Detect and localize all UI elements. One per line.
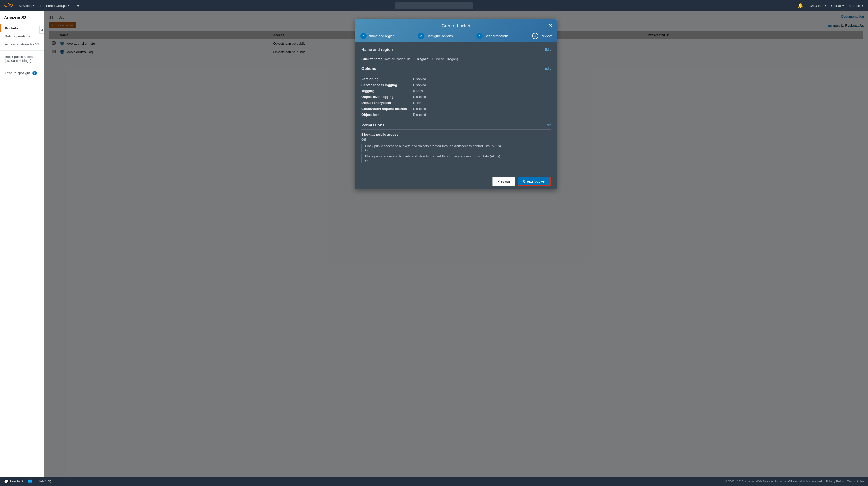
options-encryption-row: Default encryption None [362, 100, 551, 106]
support-chevron-icon: ▼ [861, 4, 864, 7]
modal-overlay: Create bucket ✕ ✓ Name and region ✓ [44, 11, 868, 486]
perms-sub-new-acls: Block public access to buckets and objec… [362, 144, 551, 152]
review-options-section: Options Edit Versioning Disabled Server … [362, 66, 551, 118]
region-menu[interactable]: Global ▼ [831, 4, 844, 8]
feedback-link[interactable]: 💬 Feedback [4, 479, 24, 483]
modal-footer: Previous Create bucket [355, 173, 557, 190]
sidebar-divider [0, 50, 44, 51]
wizard-step-3: ✓ Set permissions [476, 33, 508, 42]
services-nav[interactable]: Services ▼ [19, 4, 35, 8]
region-chevron-icon: ▼ [842, 4, 844, 7]
options-object-logging-row: Object-level logging Disabled [362, 94, 551, 100]
bucket-name-field: Bucket name lovo-s3-codebuild [362, 57, 411, 61]
review-name-region-header: Name and region Edit [362, 47, 551, 54]
sidebar-divider-2 [0, 67, 44, 67]
options-logging-row: Server access logging Disabled [362, 82, 551, 88]
review-permissions-header: Permissions Edit [362, 123, 551, 130]
sidebar-item-buckets[interactable]: Buckets [0, 24, 44, 32]
resource-groups-chevron-icon: ▼ [68, 4, 70, 7]
options-versioning-row: Versioning Disabled [362, 76, 551, 82]
language-label: English (US) [34, 480, 51, 483]
privacy-policy-link[interactable]: Privacy Policy [826, 480, 844, 483]
terms-of-use-link[interactable]: Terms of Use [847, 480, 864, 483]
globe-icon: 🌐 [28, 479, 32, 483]
account-chevron-icon: ▼ [824, 4, 827, 7]
options-title: Options [362, 66, 376, 70]
modal-title: Create bucket [361, 23, 552, 29]
permissions-title: Permissions [362, 123, 384, 127]
step-4-label: Review [540, 34, 552, 38]
favorites-icon[interactable]: ✦ [76, 3, 80, 8]
sidebar-collapse-button[interactable]: ◀ [39, 26, 44, 34]
global-search-bar[interactable] [395, 2, 473, 9]
nav-right-actions: 🔔 LOVO Inc. ▼ Global ▼ Support ▼ [798, 3, 864, 8]
modal-header: Create bucket ✕ ✓ Name and region ✓ [355, 19, 557, 42]
wizard-steps: ✓ Name and region ✓ Configure options ✓ [361, 33, 552, 42]
feature-spotlight-badge: 2 [32, 72, 37, 75]
review-options-header: Options Edit [362, 66, 551, 73]
company-name: LOVO Inc. [808, 4, 823, 8]
region-label: Global [831, 4, 841, 8]
name-region-fields: Bucket name lovo-s3-codebuild Region US … [362, 57, 551, 61]
sidebar-item-feature-spotlight[interactable]: Feature spotlight 2 [0, 69, 44, 77]
services-label: Services [19, 4, 32, 8]
options-object-lock-row: Object lock Disabled [362, 112, 551, 118]
resource-groups-label: Resource Groups [40, 4, 67, 8]
copyright-area: © 2008 - 2020, Amazon Web Services, Inc.… [725, 480, 864, 483]
block-all-label: Block all public access [362, 133, 551, 137]
step-2-circle: ✓ [418, 33, 424, 39]
step-2-label: Configure options [426, 34, 453, 38]
wizard-step-4: 4 Review [532, 33, 552, 42]
permissions-edit-link[interactable]: Edit [545, 123, 551, 127]
language-link[interactable]: 🌐 English (US) [28, 479, 51, 483]
review-name-region-section: Name and region Edit Bucket name lovo-s3… [362, 47, 551, 61]
wizard-step-2: ✓ Configure options [418, 33, 453, 42]
region-field: Region US West (Oregon) [417, 57, 458, 61]
options-tagging-row: Tagging 0 Tags [362, 88, 551, 94]
wizard-step-1: ✓ Name and region [361, 33, 395, 42]
resource-groups-nav[interactable]: Resource Groups ▼ [40, 4, 70, 8]
perms-sub-new-acls-text: Block public access to buckets and objec… [365, 144, 551, 148]
sidebar: Amazon S3 Buckets Batch operations Acces… [0, 11, 44, 486]
modal-body: Name and region Edit Bucket name lovo-s3… [355, 42, 557, 173]
block-all-value: Off [362, 138, 551, 141]
modal-close-button[interactable]: ✕ [548, 23, 553, 28]
feedback-icon: 💬 [4, 479, 8, 483]
copyright-text: © 2008 - 2020, Amazon Web Services, Inc.… [725, 480, 823, 483]
content-area: S3 › Use + Create bucket Buckets 1 Regio… [44, 11, 868, 486]
bottom-bar: 💬 Feedback 🌐 English (US) © 2008 - 2020,… [0, 477, 868, 486]
permissions-block: Block all public access Off Block public… [362, 133, 551, 163]
notifications-icon[interactable]: 🔔 [798, 3, 803, 8]
step-1-circle: ✓ [361, 33, 367, 39]
create-bucket-button[interactable]: Create bucket [518, 177, 551, 186]
feedback-label: Feedback [10, 480, 24, 483]
options-cloudwatch-row: CloudWatch request metrics Disabled [362, 106, 551, 112]
account-menu[interactable]: LOVO Inc. ▼ [808, 4, 827, 8]
perms-sub-any-acls-value: Off [365, 159, 551, 163]
options-edit-link[interactable]: Edit [545, 66, 551, 70]
sidebar-item-access-analyzer[interactable]: Access analyzer for S3 [0, 40, 44, 48]
sidebar-title: Amazon S3 [0, 16, 44, 24]
perms-sub-any-acls: Block public access to buckets and objec… [362, 154, 551, 163]
previous-button[interactable]: Previous [492, 177, 516, 186]
name-region-title: Name and region [362, 47, 393, 52]
perms-sub-any-acls-text: Block public access to buckets and objec… [365, 154, 551, 158]
aws-logo-icon [4, 3, 13, 9]
top-navigation: Services ▼ Resource Groups ▼ ✦ 🔔 LOVO In… [0, 0, 868, 11]
main-layout: Amazon S3 Buckets Batch operations Acces… [0, 11, 868, 486]
name-region-edit-link[interactable]: Edit [545, 48, 551, 52]
support-menu[interactable]: Support ▼ [848, 4, 864, 8]
sidebar-item-batch-operations[interactable]: Batch operations [0, 32, 44, 40]
step-3-label: Set permissions [485, 34, 508, 38]
review-permissions-section: Permissions Edit Block all public access… [362, 123, 551, 163]
step-3-circle: ✓ [476, 33, 483, 39]
services-chevron-icon: ▼ [33, 4, 35, 7]
perms-sub-new-acls-value: Off [365, 148, 551, 152]
support-label: Support [848, 4, 861, 8]
sidebar-item-block-public-access[interactable]: Block public access (account settings) [0, 53, 44, 65]
options-table: Versioning Disabled Server access loggin… [362, 76, 551, 118]
create-bucket-modal: Create bucket ✕ ✓ Name and region ✓ [355, 19, 557, 190]
step-1-label: Name and region [369, 34, 395, 38]
step-4-circle: 4 [532, 33, 538, 39]
